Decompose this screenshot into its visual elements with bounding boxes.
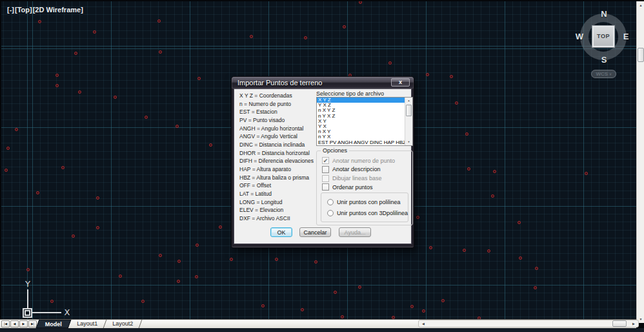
- survey-point: [114, 96, 117, 99]
- viewport-view-control[interactable]: [Top]: [15, 6, 32, 14]
- format-legend-row: ANGH = Angulo horizontal: [239, 125, 316, 134]
- viewcube-west[interactable]: W: [575, 32, 584, 41]
- tab-model[interactable]: Model: [36, 320, 72, 328]
- format-legend: X Y Z = Coordenadasn = Numero de puntoES…: [239, 92, 316, 223]
- vertical-scrollbar[interactable]: ▲ ▼: [636, 1, 644, 323]
- chevron-down-icon: ▾: [609, 72, 611, 76]
- tab-label: Layout1: [77, 320, 97, 327]
- format-legend-row: ELEV = Elevacion: [239, 207, 316, 215]
- survey-point: [465, 132, 468, 136]
- wcs-dropdown[interactable]: WCS ▾: [591, 70, 616, 78]
- survey-point: [197, 77, 201, 80]
- horizontal-scrollbar[interactable]: ◀ ▶: [418, 320, 639, 327]
- scroll-down-icon[interactable]: ▼: [405, 139, 412, 145]
- survey-point: [96, 196, 99, 200]
- last-tab-icon[interactable]: ▶|: [28, 320, 37, 327]
- survey-point: [55, 74, 59, 77]
- polyline-radio-groupbox: Unir puntos con polilineaUnir puntos con…: [321, 192, 408, 222]
- survey-point: [219, 225, 222, 229]
- file-type-option[interactable]: Y X: [317, 124, 412, 129]
- file-type-option[interactable]: n X Y: [317, 129, 412, 134]
- vertical-scrollbar-thumb[interactable]: [638, 48, 644, 62]
- scroll-right-icon[interactable]: ▶: [630, 320, 638, 327]
- survey-point: [157, 19, 161, 23]
- ucs-y-label: Y: [25, 279, 30, 289]
- tab-layout2[interactable]: Layout2: [104, 320, 143, 328]
- file-type-option[interactable]: EST PV ANGH ANGV DINC HAP HBZ: [317, 140, 412, 145]
- survey-point: [145, 116, 148, 119]
- survey-point: [38, 20, 41, 23]
- viewcube-south[interactable]: S: [599, 55, 609, 65]
- listbox-scrollbar[interactable]: ▲ ▼: [405, 98, 412, 145]
- file-type-label: Seleccione tipo de archivo: [316, 90, 384, 97]
- viewcube-top-face[interactable]: TOP: [592, 26, 614, 47]
- ok-button[interactable]: OK: [270, 227, 292, 237]
- checkbox-label: Anotar descripcion: [332, 166, 381, 172]
- survey-point: [450, 75, 453, 78]
- survey-point: [301, 308, 304, 311]
- command-area-strip: [0, 328, 644, 332]
- checkbox[interactable]: [322, 183, 329, 191]
- survey-point: [304, 36, 307, 39]
- survey-point: [463, 249, 466, 252]
- close-icon[interactable]: x: [391, 78, 410, 87]
- tab-layout1[interactable]: Layout1: [68, 320, 107, 328]
- viewport-controls: [-][Top][2D Wireframe]: [7, 6, 84, 14]
- radio-button[interactable]: [327, 199, 334, 205]
- survey-point: [93, 30, 96, 34]
- survey-point: [159, 50, 162, 54]
- cancelar-button[interactable]: Cancelar: [299, 227, 331, 237]
- checkbox[interactable]: [322, 166, 329, 173]
- prev-tab-icon[interactable]: ◀: [10, 320, 19, 327]
- scroll-up-icon[interactable]: ▲: [405, 98, 412, 104]
- scroll-left-icon[interactable]: ◀: [419, 320, 427, 327]
- survey-point: [426, 73, 429, 76]
- survey-point: [26, 268, 30, 271]
- survey-point: [467, 167, 470, 171]
- radio-row: Unir puntos con 3Dpolilinea: [327, 209, 408, 217]
- scroll-up-icon[interactable]: ▲: [637, 1, 644, 9]
- file-type-listbox[interactable]: X Y ZY X Zn X Y Zn Y X ZX YY Xn X Yn Y X…: [316, 97, 413, 146]
- survey-point: [429, 246, 432, 249]
- layout-tabs: ModelLayout1Layout2: [37, 320, 141, 328]
- survey-point: [159, 254, 162, 257]
- checkbox-row: Ordenar puntos: [322, 183, 373, 191]
- format-legend-row: PV = Punto visado: [239, 117, 316, 125]
- file-type-option[interactable]: X Y: [317, 119, 412, 124]
- survey-point: [585, 172, 588, 175]
- survey-point: [55, 84, 59, 87]
- survey-point: [519, 256, 522, 260]
- first-tab-icon[interactable]: |◀: [1, 320, 10, 327]
- survey-point: [36, 191, 39, 194]
- file-type-option[interactable]: X Y Z: [317, 98, 412, 103]
- survey-point: [72, 234, 75, 238]
- survey-point: [441, 299, 445, 302]
- viewport-menu-control[interactable]: [-]: [7, 6, 14, 14]
- survey-point: [491, 194, 494, 198]
- dialog-title-bar[interactable]: Importar Puntos de terreno x: [232, 77, 414, 88]
- format-legend-row: ANGV = Angulo Vertical: [239, 133, 316, 141]
- survey-point: [422, 309, 425, 313]
- viewcube-east[interactable]: E: [621, 32, 630, 41]
- radio-button[interactable]: [327, 210, 334, 216]
- checkbox[interactable]: ✔: [322, 157, 329, 164]
- survey-point: [416, 216, 419, 219]
- survey-point: [196, 244, 199, 247]
- cad-application-window: [-][Top][2D Wireframe] N S W E TOP WCS ▾…: [0, 0, 644, 332]
- file-type-option[interactable]: n Y X Z: [317, 114, 412, 119]
- survey-point: [314, 260, 317, 264]
- checkbox[interactable]: [322, 175, 329, 182]
- survey-point: [176, 125, 179, 128]
- viewport-visual-style-control[interactable]: [2D Wireframe]: [33, 6, 83, 14]
- tab-label: Layout2: [112, 320, 133, 327]
- format-legend-row: DXF = Archivo ASCII: [239, 215, 316, 223]
- survey-point: [209, 143, 212, 147]
- viewcube-north[interactable]: N: [599, 9, 609, 19]
- horizontal-scrollbar-thumb[interactable]: [612, 320, 627, 327]
- next-tab-icon[interactable]: ▶: [19, 320, 28, 327]
- listbox-scrollbar-thumb[interactable]: [406, 105, 412, 116]
- survey-point: [487, 249, 490, 253]
- survey-point: [61, 166, 65, 169]
- ayuda-button[interactable]: Ayuda...: [339, 227, 371, 237]
- survey-point: [343, 25, 346, 28]
